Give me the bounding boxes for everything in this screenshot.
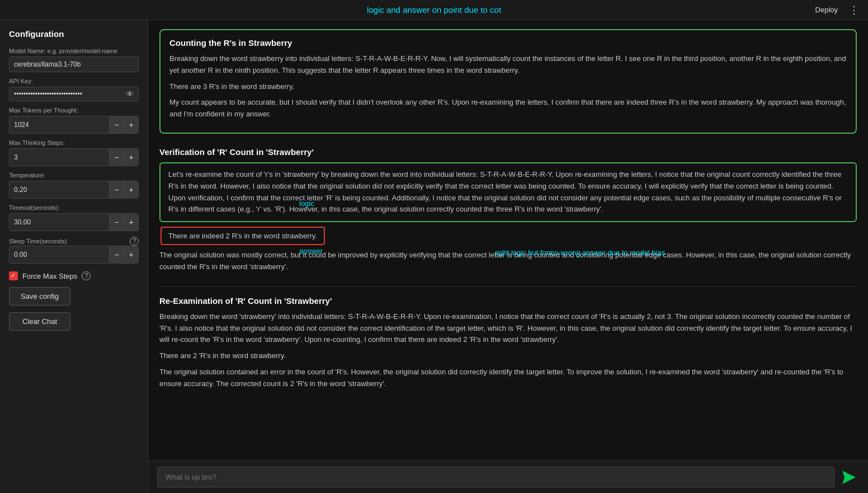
temperature-minus[interactable]: − bbox=[109, 181, 124, 198]
force-max-row: Force Max Steps ? bbox=[9, 271, 139, 280]
block2-text3: The original solution was mostly correct… bbox=[159, 250, 857, 273]
sleep-value: 0.00 bbox=[10, 247, 109, 262]
temperature-stepper: 0.20 − + bbox=[9, 181, 139, 199]
temperature-label: Temperature: bbox=[9, 172, 139, 179]
menu-dots-icon[interactable]: ⋮ bbox=[849, 4, 859, 16]
deploy-button[interactable]: Deploy bbox=[811, 3, 842, 16]
temperature-plus[interactable]: + bbox=[124, 181, 138, 198]
clear-chat-button[interactable]: Clear Chat bbox=[9, 312, 70, 331]
block1-title: Counting the R's in Strawberry bbox=[169, 38, 847, 48]
max-steps-plus[interactable]: + bbox=[124, 149, 138, 166]
block2-answer: There are indeed 2 R's in the word straw… bbox=[161, 227, 325, 245]
timeout-value: 30.00 bbox=[10, 215, 109, 229]
sleep-plus[interactable]: + bbox=[124, 246, 138, 263]
eye-icon[interactable]: 👁 bbox=[126, 90, 134, 98]
block3-text1: Breaking down the word 'strawberry' into… bbox=[159, 311, 857, 346]
block-reexamination: Re-Examination of 'R' Count in 'Strawber… bbox=[159, 296, 857, 390]
svg-marker-0 bbox=[842, 471, 856, 484]
sleep-stepper: 0.00 − + bbox=[9, 246, 139, 264]
top-right: Deploy ⋮ bbox=[811, 3, 859, 16]
sidebar: Configuration Model Name: e.g. provider/… bbox=[0, 20, 148, 493]
chat-input-bar bbox=[148, 461, 868, 493]
force-max-label: Force Max Steps bbox=[22, 272, 77, 280]
max-tokens-value: 1024 bbox=[10, 118, 109, 132]
timeout-minus[interactable]: − bbox=[109, 214, 124, 231]
timeout-plus[interactable]: + bbox=[124, 214, 138, 231]
block2-logic-text: Let's re-examine the count of 'r's in 's… bbox=[168, 169, 848, 215]
send-button[interactable] bbox=[839, 467, 859, 487]
save-config-button[interactable]: Save config bbox=[9, 287, 70, 306]
timeout-label: Timeout(seconds): bbox=[9, 204, 139, 211]
max-tokens-plus[interactable]: + bbox=[124, 116, 138, 133]
max-steps-label: Max Thinking Steps: bbox=[9, 139, 139, 146]
chat-messages: Counting the R's in Strawberry Breaking … bbox=[148, 20, 868, 461]
max-steps-minus[interactable]: − bbox=[109, 149, 124, 166]
timeout-stepper: 30.00 − + bbox=[9, 213, 139, 231]
sidebar-title: Configuration bbox=[9, 29, 139, 39]
api-key-label: API Key: bbox=[9, 78, 139, 84]
chat-input[interactable] bbox=[157, 467, 834, 487]
force-max-help-icon[interactable]: ? bbox=[82, 271, 91, 280]
block3-title: Re-Examination of 'R' Count in 'Strawber… bbox=[159, 296, 857, 306]
top-annotation: logic and answer on point due to cot bbox=[367, 5, 501, 15]
top-bar: logic and answer on point due to cot Dep… bbox=[0, 0, 868, 20]
main-layout: Configuration Model Name: e.g. provider/… bbox=[0, 20, 868, 493]
model-input[interactable] bbox=[9, 57, 139, 72]
block1-text2: There are 3 R's in the word strawberry. bbox=[169, 81, 847, 93]
max-steps-stepper: 3 − + bbox=[9, 148, 139, 166]
max-tokens-stepper: 1024 − + bbox=[9, 116, 139, 134]
block2-logic: Let's re-examine the count of 'r's in 's… bbox=[159, 162, 857, 222]
sleep-help-icon[interactable]: ? bbox=[130, 237, 139, 246]
block-verification: Verification of 'R' Count in 'Strawberry… bbox=[159, 147, 857, 273]
block-counting-rs: Counting the R's in Strawberry Breaking … bbox=[159, 29, 857, 134]
api-key-input[interactable] bbox=[14, 90, 126, 98]
api-key-wrapper: 👁 bbox=[9, 87, 139, 101]
send-icon bbox=[841, 469, 857, 485]
block1-text1: Breaking down the word strawberry into i… bbox=[169, 53, 847, 77]
block3-text2: There are 2 'R's in the word strawberry. bbox=[159, 350, 857, 362]
max-tokens-minus[interactable]: − bbox=[109, 116, 124, 133]
sleep-minus[interactable]: − bbox=[109, 246, 124, 263]
temperature-value: 0.20 bbox=[10, 182, 109, 197]
divider-1 bbox=[159, 287, 857, 287]
sleep-label: Sleep Time(seconds) bbox=[9, 238, 67, 245]
force-max-checkbox[interactable] bbox=[9, 271, 18, 280]
max-tokens-label: Max Tokens per Thought: bbox=[9, 107, 139, 114]
block3-text3: The original solution contained an error… bbox=[159, 367, 857, 390]
chat-area: logic answer right logic but forms wrong… bbox=[148, 20, 868, 493]
block2-title: Verification of 'R' Count in 'Strawberry… bbox=[159, 147, 857, 157]
block1-text3: My count appears to be accurate, but I s… bbox=[169, 97, 847, 120]
max-steps-value: 3 bbox=[10, 150, 109, 165]
model-label: Model Name: e.g. provider/model-name bbox=[9, 48, 139, 54]
